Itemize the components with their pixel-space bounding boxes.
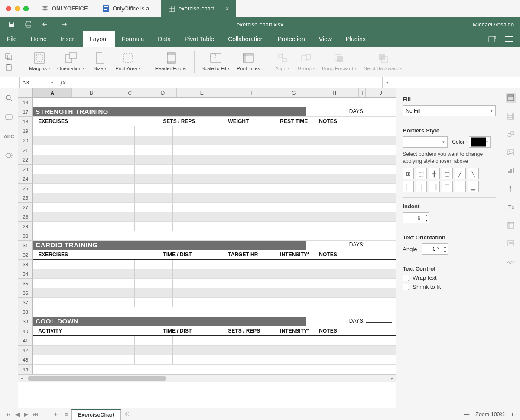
row-header[interactable]: 26 [18, 193, 33, 203]
row-header[interactable]: 37 [18, 298, 33, 307]
days-field[interactable]: DAYS: [349, 108, 392, 114]
sheet-menu-icon[interactable]: ≡ [61, 411, 72, 417]
first-sheet-icon[interactable]: ⏮ [5, 411, 11, 417]
scroll-thumb[interactable] [28, 376, 166, 381]
row-header[interactable]: 17 [18, 107, 33, 117]
col-header-A[interactable]: A [33, 88, 72, 97]
search-icon[interactable] [4, 94, 14, 103]
sheet-tab[interactable]: ExerciseChart [72, 409, 121, 420]
grid-rows[interactable]: 1617STRENGTH TRAININGDAYS: 18EXERCISESSE… [18, 98, 396, 374]
col-header-E[interactable]: E [177, 88, 227, 97]
menu-formula[interactable]: Formula [115, 31, 151, 47]
menu-data[interactable]: Data [151, 31, 178, 47]
row-header[interactable]: 43 [18, 355, 33, 365]
header-footer-button[interactable]: Header/Footer [152, 49, 191, 74]
border-color-select[interactable]: ▾ [469, 136, 491, 148]
border-left-icon[interactable]: ▏ [403, 181, 414, 192]
scroll-left-icon[interactable]: ◂ [18, 375, 26, 381]
border-diag-down-icon[interactable]: ╲ [468, 168, 479, 179]
shape-settings-icon[interactable] [506, 129, 516, 139]
row-header[interactable]: 39 [18, 317, 33, 326]
col-header-C[interactable]: C [111, 88, 149, 97]
row-cells[interactable] [33, 136, 396, 145]
row-cells[interactable] [33, 336, 396, 346]
row-header[interactable]: 28 [18, 212, 33, 222]
row-cells[interactable] [33, 212, 396, 222]
row-header[interactable]: 32 [18, 250, 33, 260]
chart-settings-icon[interactable] [506, 165, 516, 176]
formula-input[interactable] [69, 77, 382, 88]
border-hcenter-icon[interactable]: ─ [455, 181, 466, 192]
row-cells[interactable] [33, 260, 396, 269]
row-header[interactable]: 31 [18, 241, 33, 250]
menu-layout[interactable]: Layout [83, 31, 115, 47]
size-button[interactable]: Size▾ [88, 49, 112, 74]
row-cells[interactable] [33, 307, 396, 317]
textart-settings-icon[interactable]: Ta [506, 202, 516, 212]
user-label[interactable]: Michael Ansaldo [473, 21, 520, 28]
row-header[interactable]: 22 [18, 155, 33, 165]
col-header-H[interactable]: H [310, 88, 359, 97]
orientation-button[interactable]: Orientation▾ [54, 49, 88, 74]
formula-expand-icon[interactable]: ▾ [382, 77, 392, 88]
margins-button[interactable]: Margins▾ [26, 49, 54, 74]
column-headers[interactable]: ABCDEFGHIJ [18, 88, 396, 98]
last-sheet-icon[interactable]: ⏭ [32, 411, 38, 417]
zoom-in-button[interactable]: + [511, 411, 514, 417]
row-header[interactable]: 29 [18, 222, 33, 231]
border-diag-up-icon[interactable]: ╱ [455, 168, 466, 179]
row-header[interactable]: 16 [18, 98, 33, 107]
row-cells[interactable]: EXERCISESSETS / REPSWEIGHTREST TIMENOTES [33, 117, 396, 126]
border-style-select[interactable]: ▾ [403, 136, 448, 148]
horizontal-scrollbar[interactable]: ◂ ▸ [18, 374, 396, 382]
col-header-F[interactable]: F [227, 88, 277, 97]
row-header[interactable]: 35 [18, 279, 33, 288]
border-outer-icon[interactable]: ▢ [442, 168, 453, 179]
menu-protection[interactable]: Protection [271, 31, 312, 47]
cell-settings-icon[interactable] [506, 93, 516, 103]
app-brand-tab[interactable]: ONLYOFFICE [35, 0, 95, 17]
copy-icon[interactable] [4, 53, 14, 61]
border-inner-icon[interactable]: ╋ [429, 168, 440, 179]
select-all-corner[interactable] [18, 88, 33, 97]
row-header[interactable]: 33 [18, 260, 33, 269]
row-cells[interactable] [33, 165, 396, 174]
row-header[interactable]: 36 [18, 288, 33, 298]
row-cells[interactable] [33, 279, 396, 288]
col-header-J[interactable]: J [366, 88, 396, 97]
row-header[interactable]: 20 [18, 136, 33, 145]
minimize-window-icon[interactable] [15, 6, 20, 11]
pivot-settings-icon[interactable] [506, 220, 516, 230]
row-cells[interactable] [33, 346, 396, 355]
print-icon[interactable] [24, 20, 33, 29]
row-cells[interactable] [33, 174, 396, 184]
row-cells[interactable]: ACTIVITYTIME / DISTSETS / REPSINTENSITY*… [33, 326, 396, 336]
step-up-icon[interactable]: ▴ [423, 213, 429, 218]
fill-select[interactable]: No Fill ▾ [403, 105, 495, 116]
zoom-label[interactable]: Zoom 100% [475, 411, 504, 417]
menu-collab[interactable]: Collaboration [221, 31, 271, 47]
menu-home[interactable]: Home [24, 31, 54, 47]
close-tab-icon[interactable]: × [225, 5, 229, 12]
print-area-button[interactable]: Print Area▾ [112, 49, 144, 74]
row-header[interactable]: 24 [18, 174, 33, 184]
row-cells[interactable]: CARDIO TRAININGDAYS: [33, 241, 396, 250]
angle-stepper[interactable]: ▴▾ [422, 243, 448, 255]
paste-icon[interactable] [4, 63, 14, 71]
row-cells[interactable] [33, 222, 396, 231]
table-settings-icon[interactable] [506, 111, 516, 121]
shrink-fit-checkbox[interactable]: Shrink to fit [403, 284, 495, 290]
border-none-icon[interactable]: ⬚ [416, 168, 427, 179]
row-header[interactable]: 19 [18, 126, 33, 136]
zoom-out-button[interactable]: — [464, 411, 470, 417]
row-cells[interactable] [33, 184, 396, 193]
row-cells[interactable] [33, 298, 396, 307]
row-cells[interactable] [33, 98, 396, 107]
image-settings-icon[interactable] [506, 147, 516, 158]
row-cells[interactable] [33, 365, 396, 374]
row-header[interactable]: 34 [18, 269, 33, 279]
row-header[interactable]: 25 [18, 184, 33, 193]
next-sheet-icon[interactable]: ▶ [24, 411, 28, 417]
days-field[interactable]: DAYS: [349, 318, 392, 324]
row-cells[interactable] [33, 269, 396, 279]
